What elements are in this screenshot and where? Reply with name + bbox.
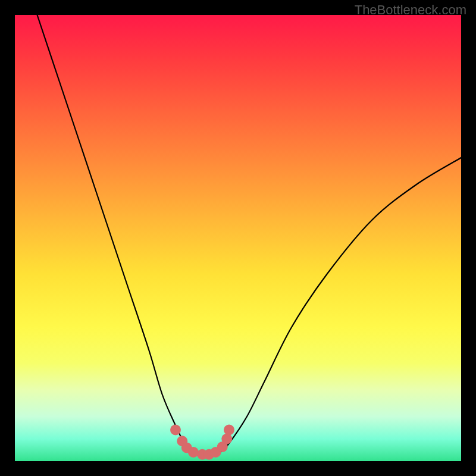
basin-markers [170,425,234,460]
chart-frame: TheBottleneck.com [0,0,476,476]
bottleneck-curve-path [37,15,462,457]
basin-marker [188,447,199,458]
watermark-text: TheBottleneck.com [355,2,466,18]
plot-area [15,15,461,461]
basin-marker [221,434,232,444]
basin-marker [224,425,234,436]
bottleneck-curve-svg [15,15,461,461]
basin-marker [170,425,181,436]
